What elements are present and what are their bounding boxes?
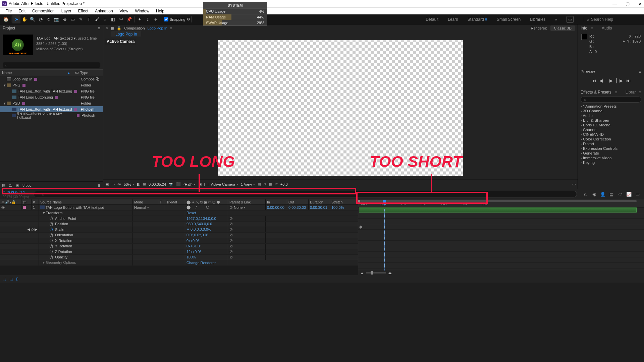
timeline-row[interactable]: ▸ Geometry Options Change Renderer... [0, 260, 358, 266]
last-frame-button[interactable]: ⏭ [626, 78, 631, 83]
zoom-out-icon[interactable]: ▲ [360, 271, 364, 275]
label-col-icon[interactable]: 🏷 [23, 200, 26, 204]
timeline-row[interactable]: ▾ Transform Reset [0, 210, 358, 216]
effect-category[interactable]: Audio [578, 113, 644, 118]
label-tag-icon[interactable]: 🏷 [73, 71, 80, 75]
world-axis-tool[interactable]: ⟟ [144, 15, 152, 23]
layer-switches-icon[interactable]: ▭ [634, 190, 641, 198]
track-row[interactable] [358, 213, 644, 219]
graph-editor-icon[interactable]: 📈 [625, 190, 633, 198]
menu-layer[interactable]: Layer [58, 9, 75, 13]
preview-tab[interactable]: Preview [581, 69, 595, 74]
zoom-tool[interactable]: 🔍 [29, 15, 37, 23]
rotate-tool[interactable]: ↻ [45, 15, 53, 23]
first-frame-button[interactable]: ⏮ [592, 78, 596, 83]
project-item[interactable]: TAH Logo Button.png PNG file [0, 94, 103, 100]
effect-category[interactable]: 3D Channel [578, 109, 644, 113]
overflow-icon[interactable]: » [639, 90, 641, 95]
comp-breadcrumb[interactable]: Logo Pop In [148, 26, 167, 30]
effect-category[interactable]: Boris FX Mocha [578, 123, 644, 127]
renderer-dropdown[interactable]: Classic 3D [550, 25, 575, 31]
col-name-header[interactable]: Name [2, 71, 12, 75]
timeline-row[interactable]: Orientation 0.0°,0.0°,0.0° ⊘ [0, 233, 358, 238]
clone-tool[interactable]: ⟐ [101, 15, 109, 23]
workspace-overflow-icon[interactable]: » [555, 17, 557, 22]
timeline-row[interactable]: 👁 1 TAH Logo Button. with TAH text.psd N… [0, 205, 358, 210]
show-channel-icon[interactable]: ⬛ [176, 182, 181, 186]
zoom-slider-handle[interactable] [371, 271, 373, 275]
col-source[interactable]: Source Name [39, 199, 133, 204]
project-item[interactable]: Logo Pop In Compos [0, 76, 103, 82]
timeline-icon[interactable]: ⎙ [264, 182, 266, 186]
home-button[interactable]: 🏠 [2, 15, 10, 23]
menu-window[interactable]: Window [131, 9, 153, 13]
pen-tool[interactable]: ✎ [77, 15, 85, 23]
mask-visibility-icon[interactable]: 👁 [117, 182, 121, 186]
timeline-row[interactable]: ◀ ◇ ▶ Scale ⚭ 0.0,0.0,0.0% ⊘ [0, 227, 358, 233]
maximize-button[interactable]: ▢ [626, 1, 630, 6]
delete-icon[interactable]: 🗑 [97, 183, 101, 187]
timeline-tracks[interactable] [358, 207, 644, 270]
reset-exposure-icon[interactable]: ⟳ [275, 182, 278, 186]
effect-category[interactable]: Generate [578, 151, 644, 156]
keyframe-diamond[interactable] [359, 225, 363, 229]
audio-tab[interactable]: Audio [602, 26, 612, 31]
workspace-standard[interactable]: Standard ≡ [468, 17, 487, 22]
timeline-row[interactable]: Opacity 100% ⊘ [0, 255, 358, 260]
effect-category[interactable]: Expression Controls [578, 146, 644, 151]
composition-viewer[interactable] [218, 40, 463, 176]
local-axis-tool[interactable]: ✦ [136, 15, 144, 23]
draft-3d-icon[interactable]: ◉ [590, 190, 598, 198]
motion-blur-icon[interactable]: ⬭ [616, 190, 624, 198]
comp-settings-icon[interactable]: ▭ [572, 182, 576, 186]
switch-shy-icon[interactable]: ⬤ [186, 200, 191, 204]
hand-tool[interactable]: ✋ [20, 15, 29, 23]
workspace-default[interactable]: Default [426, 17, 438, 22]
av-toggle-icon[interactable]: 👁 [1, 200, 5, 204]
workspace-settings-icon[interactable]: ▭ [567, 16, 574, 23]
time-display[interactable]: 0:00:05:24 [149, 182, 166, 186]
track-row[interactable] [358, 219, 644, 224]
workspace-learn[interactable]: Learn [448, 17, 458, 22]
effect-category[interactable]: Keying [578, 160, 644, 165]
track-row[interactable] [358, 235, 644, 241]
grid-icon[interactable]: ⊞ [143, 182, 146, 186]
new-folder-icon[interactable]: 🗀 [9, 183, 12, 187]
col-mode[interactable]: Mode [133, 199, 158, 204]
toggle-switches-icon[interactable]: ⬚ [3, 277, 6, 281]
next-frame-button[interactable]: ▏▶ [616, 78, 623, 83]
effect-category[interactable]: Distort [578, 141, 644, 146]
selection-tool[interactable]: ➤ [12, 15, 20, 23]
effect-category[interactable]: * Animation Presets [578, 104, 644, 109]
layer-bar[interactable] [359, 207, 637, 213]
camera-dropdown[interactable]: Active Camera [211, 182, 238, 186]
timeline-search-input[interactable] [34, 191, 577, 197]
workspace-libraries[interactable]: Libraries [530, 17, 545, 22]
zoom-in-icon[interactable]: ⛰ [388, 271, 392, 275]
effect-category[interactable]: Color Correction [578, 137, 644, 141]
project-item[interactable]: ▾ PNG Folder [0, 82, 103, 88]
ruler-mark[interactable]: 20s [441, 202, 446, 206]
shy-layers-icon[interactable]: 👤 [599, 190, 606, 198]
project-search-input[interactable] [3, 62, 100, 68]
track-row[interactable] [358, 257, 644, 263]
pixel-aspect-icon[interactable] [204, 183, 208, 186]
flowchart-icon[interactable]: ▦ [111, 26, 114, 31]
workspace-small-screen[interactable]: Small Screen [497, 17, 521, 22]
project-item[interactable]: TAH Log...tton. with TAH text.png PNG fi… [0, 88, 103, 94]
col-num[interactable]: # [32, 199, 39, 204]
col-type-header[interactable]: Type [80, 71, 101, 75]
menu-effect[interactable]: Effect [75, 9, 92, 13]
col-out[interactable]: Out [287, 199, 309, 204]
panel-menu-icon[interactable]: ≡ [98, 26, 100, 31]
close-panel-icon[interactable]: × [106, 26, 108, 30]
menu-composition[interactable]: Composition [29, 9, 58, 13]
prev-frame-button[interactable]: ◀▏ [599, 78, 606, 83]
col-stretch[interactable]: Stretch [330, 199, 358, 204]
sort-indicator-icon[interactable]: ▲ [67, 71, 70, 74]
audio-toggle-icon[interactable]: 🔊 [5, 200, 9, 204]
frame-blend-icon[interactable]: ▤ [608, 190, 615, 198]
resolution-dropdown[interactable]: (Half) [183, 182, 196, 186]
close-button[interactable]: ✕ [638, 1, 642, 6]
snapshot-icon[interactable]: 📷 [169, 182, 173, 186]
